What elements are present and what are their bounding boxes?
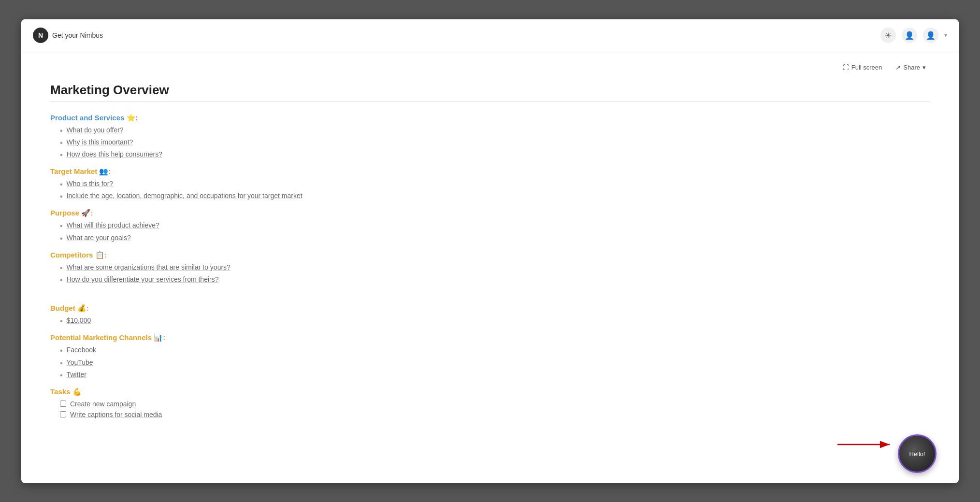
share-button[interactable]: ↗ Share ▾ bbox=[892, 62, 930, 73]
section-heading-products: Product and Services ⭐: bbox=[50, 114, 930, 122]
competitors-item-2[interactable]: How do you differentiate your services f… bbox=[67, 275, 219, 283]
list-item: Write captions for social media bbox=[60, 411, 930, 418]
section-purpose: Purpose 🚀: What will this product achiev… bbox=[50, 209, 930, 243]
list-item: How do you differentiate your services f… bbox=[60, 275, 930, 285]
purpose-item-2[interactable]: What are your goals? bbox=[67, 234, 131, 242]
section-heading-budget: Budget 💰: bbox=[50, 304, 930, 313]
logo-icon: N bbox=[33, 28, 48, 43]
products-item-1[interactable]: What do you offer? bbox=[67, 126, 124, 134]
target-list: Who is this for? Include the age, locati… bbox=[60, 180, 930, 201]
list-item: Why is this important? bbox=[60, 138, 930, 147]
section-budget: Budget 💰: $10,000 bbox=[50, 304, 930, 326]
list-item: Facebook bbox=[60, 346, 930, 355]
theme-toggle-button[interactable]: ☀ bbox=[880, 28, 896, 43]
competitors-item-1[interactable]: What are some organizations that are sim… bbox=[67, 263, 231, 271]
channels-youtube[interactable]: YouTube bbox=[67, 359, 93, 366]
top-right-controls: ☀ 👤 👤 ▾ bbox=[880, 28, 947, 43]
fullscreen-icon: ⛶ bbox=[843, 64, 849, 71]
arrow-annotation bbox=[837, 435, 895, 456]
list-item: YouTube bbox=[60, 359, 930, 368]
section-target: Target Market 👥: Who is this for? Includ… bbox=[50, 167, 930, 201]
list-item: How does this help consumers? bbox=[60, 150, 930, 159]
share-icon: ↗ bbox=[895, 64, 901, 71]
section-channels: Potential Marketing Channels 📊: Facebook… bbox=[50, 333, 930, 380]
list-item: What are some organizations that are sim… bbox=[60, 263, 930, 273]
user-menu-button[interactable]: 👤 bbox=[923, 28, 938, 43]
section-heading-competitors: Competitors 📋: bbox=[50, 251, 930, 259]
products-item-2[interactable]: Why is this important? bbox=[67, 138, 133, 146]
products-item-3[interactable]: How does this help consumers? bbox=[67, 150, 162, 158]
task-checkbox-2[interactable] bbox=[60, 411, 66, 417]
channels-twitter[interactable]: Twitter bbox=[67, 371, 86, 378]
section-heading-purpose: Purpose 🚀: bbox=[50, 209, 930, 217]
list-item: Who is this for? bbox=[60, 180, 930, 189]
content-area: ⛶ Full screen ↗ Share ▾ Marketing Overvi… bbox=[21, 52, 959, 483]
list-item: What will this product achieve? bbox=[60, 221, 930, 230]
list-item: $10,000 bbox=[60, 316, 930, 326]
spacer bbox=[50, 288, 930, 296]
notifications-button[interactable]: 👤 bbox=[902, 28, 917, 43]
list-item: Twitter bbox=[60, 371, 930, 380]
list-item: What are your goals? bbox=[60, 234, 930, 243]
tasks-list: Create new campaign Write captions for s… bbox=[60, 400, 930, 418]
purpose-item-1[interactable]: What will this product achieve? bbox=[67, 221, 159, 229]
dropdown-arrow: ▾ bbox=[944, 32, 947, 39]
app-name: Get your Nimbus bbox=[52, 31, 103, 39]
toolbar-row: ⛶ Full screen ↗ Share ▾ bbox=[50, 62, 930, 73]
fullscreen-button[interactable]: ⛶ Full screen bbox=[839, 62, 886, 73]
channels-list: Facebook YouTube Twitter bbox=[60, 346, 930, 380]
list-item: What do you offer? bbox=[60, 126, 930, 135]
task-checkbox-1[interactable] bbox=[60, 401, 66, 407]
channels-facebook[interactable]: Facebook bbox=[67, 346, 96, 354]
browser-window: N Get your Nimbus ☀ 👤 👤 ▾ ⛶ Full screen … bbox=[21, 19, 959, 483]
task-item-2[interactable]: Write captions for social media bbox=[70, 411, 162, 418]
section-tasks: Tasks 💪 Create new campaign Write captio… bbox=[50, 387, 930, 418]
products-list: What do you offer? Why is this important… bbox=[60, 126, 930, 160]
competitors-list: What are some organizations that are sim… bbox=[60, 263, 930, 285]
page-title: Marketing Overview bbox=[50, 83, 930, 98]
section-heading-channels: Potential Marketing Channels 📊: bbox=[50, 333, 930, 342]
title-divider bbox=[50, 101, 930, 102]
hello-button[interactable]: Hello! bbox=[898, 434, 937, 473]
section-competitors: Competitors 📋: What are some organizatio… bbox=[50, 251, 930, 285]
logo-area: N Get your Nimbus bbox=[33, 28, 103, 43]
top-bar: N Get your Nimbus ☀ 👤 👤 ▾ bbox=[21, 19, 959, 52]
budget-list: $10,000 bbox=[60, 316, 930, 326]
section-heading-tasks: Tasks 💪 bbox=[50, 387, 930, 396]
budget-item-1[interactable]: $10,000 bbox=[67, 316, 91, 324]
section-products: Product and Services ⭐: What do you offe… bbox=[50, 114, 930, 160]
section-heading-target: Target Market 👥: bbox=[50, 167, 930, 176]
share-chevron-icon: ▾ bbox=[922, 64, 926, 71]
list-item: Create new campaign bbox=[60, 400, 930, 408]
target-item-2[interactable]: Include the age, location, demographic, … bbox=[67, 192, 303, 200]
target-item-1[interactable]: Who is this for? bbox=[67, 180, 113, 187]
purpose-list: What will this product achieve? What are… bbox=[60, 221, 930, 243]
list-item: Include the age, location, demographic, … bbox=[60, 192, 930, 201]
task-item-1[interactable]: Create new campaign bbox=[70, 400, 136, 408]
